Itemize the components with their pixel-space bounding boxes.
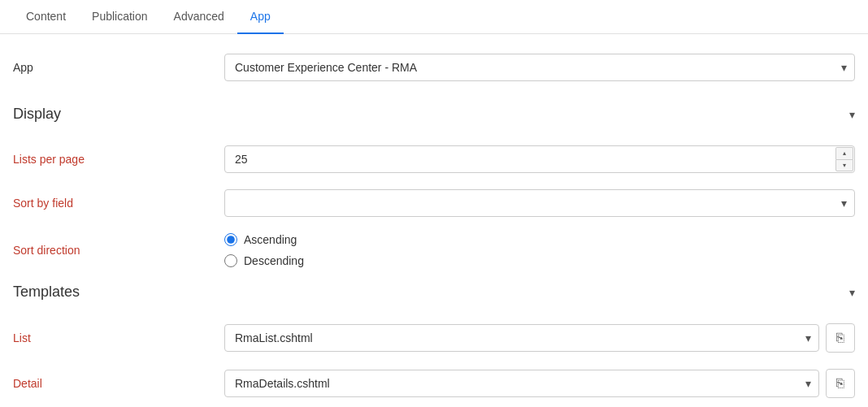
list-template-edit-button[interactable]: ⎘ [826,323,855,353]
ascending-radio[interactable] [224,233,237,246]
tab-advanced[interactable]: Advanced [161,0,237,34]
list-template-select[interactable]: RmaList.cshtml [224,324,819,352]
tab-bar: Content Publication Advanced App [0,0,868,34]
main-content: App Customer Experience Center - RMA ▾ D… [0,34,868,407]
descending-radio[interactable] [224,254,237,267]
display-section: Display ▾ Lists per page ▴ ▾ Sort by fie… [13,106,855,267]
descending-option[interactable]: Descending [224,254,855,267]
templates-section-title: Templates [13,284,80,301]
display-section-header: Display ▾ [13,106,855,129]
list-template-row: List RmaList.cshtml ▾ ⎘ [13,323,855,353]
spinner-down-button[interactable]: ▾ [835,159,853,172]
spinner-up-button[interactable]: ▴ [835,147,853,159]
sort-by-field-control: ▾ [224,189,855,217]
sort-by-field-select[interactable] [224,189,855,217]
list-template-edit-icon: ⎘ [836,331,844,345]
detail-template-label: Detail [13,377,224,390]
app-label: App [13,61,224,74]
lists-per-page-control: ▴ ▾ [224,145,855,173]
detail-template-inner: RmaDetails.cshtml ▾ ⎘ [224,369,855,398]
tab-app[interactable]: App [237,0,284,34]
sort-direction-control: Ascending Descending [224,233,855,267]
detail-template-control: RmaDetails.cshtml ▾ ⎘ [224,369,855,398]
display-section-collapse-icon[interactable]: ▾ [849,108,855,121]
lists-per-page-row: Lists per page ▴ ▾ [13,145,855,173]
app-row: App Customer Experience Center - RMA ▾ [13,54,855,81]
templates-section-header: Templates ▾ [13,284,855,307]
tab-content[interactable]: Content [13,0,79,34]
lists-per-page-input-wrapper: ▴ ▾ [224,145,855,173]
ascending-option[interactable]: Ascending [224,233,855,246]
templates-section: Templates ▾ List RmaList.cshtml ▾ ⎘ [13,284,855,398]
detail-template-select[interactable]: RmaDetails.cshtml [224,370,819,397]
templates-section-collapse-icon[interactable]: ▾ [849,286,855,299]
list-template-control: RmaList.cshtml ▾ ⎘ [224,323,855,353]
ascending-label: Ascending [244,233,297,246]
detail-template-select-wrapper: RmaDetails.cshtml ▾ [224,370,819,397]
detail-template-row: Detail RmaDetails.cshtml ▾ ⎘ [13,369,855,398]
sort-direction-radio-group: Ascending Descending [224,233,855,267]
spinner-buttons: ▴ ▾ [835,147,853,171]
app-select-wrapper: Customer Experience Center - RMA ▾ [224,54,855,81]
detail-template-edit-button[interactable]: ⎘ [826,369,855,398]
sort-direction-row: Sort direction Ascending Descending [13,233,855,267]
sort-by-field-label: Sort by field [13,197,224,210]
sort-by-field-row: Sort by field ▾ [13,189,855,217]
descending-label: Descending [244,254,304,267]
lists-per-page-label: Lists per page [13,153,224,166]
display-section-title: Display [13,106,61,123]
list-template-label: List [13,331,224,344]
app-select[interactable]: Customer Experience Center - RMA [224,54,855,81]
lists-per-page-input[interactable] [224,145,855,173]
detail-template-edit-icon: ⎘ [836,376,844,391]
list-template-inner: RmaList.cshtml ▾ ⎘ [224,323,855,353]
tab-publication[interactable]: Publication [79,0,161,34]
app-control: Customer Experience Center - RMA ▾ [224,54,855,81]
sort-by-field-select-wrapper: ▾ [224,189,855,217]
sort-direction-label: Sort direction [13,244,224,257]
list-template-select-wrapper: RmaList.cshtml ▾ [224,324,819,352]
